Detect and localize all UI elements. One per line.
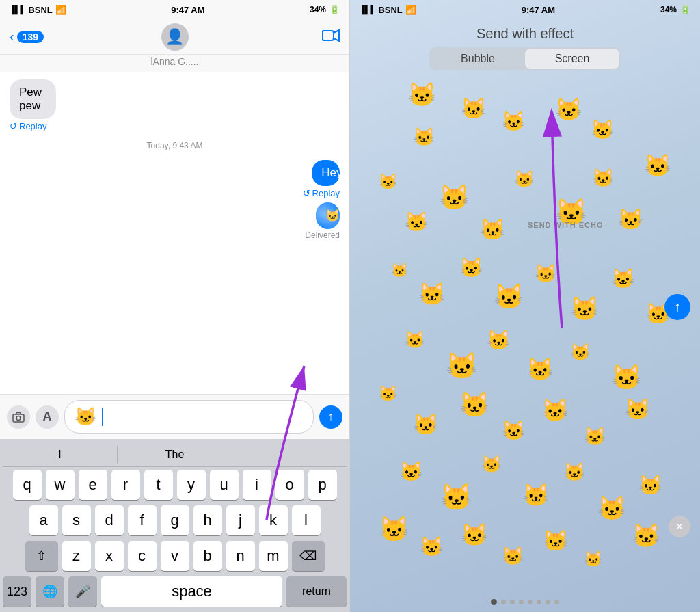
dot-5 (537, 600, 541, 604)
keyboard: I The q w e r t y u i o p a s d f g h j … (0, 439, 349, 612)
right-signal-icon: ▐▌▌ (360, 5, 375, 14)
suggestion-i[interactable]: I (3, 446, 118, 464)
cat-44: 🐱 (379, 515, 409, 544)
key-h[interactable]: h (193, 505, 222, 535)
key-b[interactable]: b (193, 541, 222, 571)
cat-40: 🐱 (522, 482, 550, 508)
key-q[interactable]: q (13, 470, 42, 500)
message-pew: Pew pew ↺ Replay (10, 79, 76, 131)
video-call-button[interactable] (322, 28, 340, 46)
key-f[interactable]: f (128, 505, 157, 535)
input-toolbar: A 🐱 ↑ (0, 394, 349, 439)
key-z[interactable]: z (62, 541, 91, 571)
replay-icon-2: ↺ (303, 188, 310, 198)
cat-32: 🐱 (459, 390, 490, 419)
key-t[interactable]: t (144, 470, 173, 500)
dot-0 (491, 599, 497, 605)
key-i[interactable]: i (243, 470, 271, 500)
right-close-button[interactable]: ✕ (669, 516, 690, 537)
dot-1 (501, 600, 506, 604)
message-hey: Hey ↺ Replay (300, 160, 340, 198)
replay-hey[interactable]: ↺ Replay (303, 188, 340, 198)
dot-2 (510, 600, 515, 604)
cat-25: 🐱 (446, 351, 478, 381)
key-c[interactable]: c (128, 541, 157, 571)
appstore-button[interactable]: A (36, 405, 59, 429)
cat-26: 🐱 (487, 329, 511, 351)
cat-36: 🐱 (625, 397, 650, 421)
key-l[interactable]: l (292, 505, 321, 535)
send-button[interactable]: ↑ (319, 405, 342, 429)
cat-45: 🐱 (420, 535, 444, 558)
key-backspace[interactable]: ⌫ (292, 541, 325, 571)
key-space[interactable]: space (101, 576, 282, 607)
key-y[interactable]: y (177, 470, 206, 500)
battery-icon: 🔋 (329, 5, 340, 14)
key-g[interactable]: g (161, 505, 189, 535)
page-dots (350, 592, 700, 612)
cat-27: 🐱 (526, 356, 554, 382)
tab-bubble[interactable]: Bubble (431, 49, 525, 69)
dot-7 (554, 600, 559, 604)
key-x[interactable]: x (95, 541, 124, 571)
key-n[interactable]: n (226, 541, 255, 571)
key-u[interactable]: u (210, 470, 239, 500)
key-d[interactable]: d (95, 505, 124, 535)
cat-35: 🐱 (584, 426, 606, 447)
key-s[interactable]: s (62, 505, 91, 535)
carrier-name: BSNL (28, 5, 52, 15)
suggestion-the[interactable]: The (118, 446, 232, 464)
cat-4: 🐱 (413, 127, 435, 148)
back-button[interactable]: ‹ 139 (10, 29, 44, 44)
key-shift[interactable]: ⇧ (25, 541, 58, 571)
bubble-sparkle: 🐱 (316, 202, 340, 229)
replay-pew[interactable]: ↺ Replay (10, 121, 76, 131)
key-e[interactable]: e (79, 470, 107, 500)
dot-6 (546, 600, 550, 604)
wifi-icon: 📶 (55, 5, 66, 15)
key-m[interactable]: m (259, 541, 288, 571)
key-a[interactable]: a (29, 505, 58, 535)
camera-button[interactable] (7, 405, 30, 429)
right-status-bar: ▐▌▌ BSNL 📶 9:47 AM 34% 🔋 (350, 0, 700, 19)
key-p[interactable]: p (308, 470, 337, 500)
key-v[interactable]: v (161, 541, 189, 571)
key-123[interactable]: 123 (3, 576, 31, 607)
delivered-label: Delivered (305, 230, 340, 240)
key-mic[interactable]: 🎤 (68, 576, 97, 607)
bubble-pew: Pew pew (10, 79, 56, 119)
cat-20: 🐱 (535, 263, 556, 284)
cat-22: 🐱 (611, 267, 635, 290)
key-o[interactable]: o (275, 470, 304, 500)
time-display: 9:47 AM (171, 5, 204, 15)
message-input[interactable]: 🐱 (64, 400, 314, 434)
key-return[interactable]: return (286, 576, 347, 607)
keyboard-row-4: 123 🌐 🎤 space return (3, 576, 347, 607)
cat-46: 🐱 (461, 522, 488, 548)
messages-area: Pew pew ↺ Replay Today, 9:43 AM Hey ↺ Re… (0, 72, 349, 394)
key-r[interactable]: r (111, 470, 140, 500)
cat-41: 🐱 (563, 462, 585, 483)
cat-field: 🐱 🐱 🐱 🐱 🐱 🐱 🐱 🐱 🐱 🐱 🐱 🐱 🐱 🐱 🐱 🐱 🐱 🐱 🐱 🐱 … (350, 77, 700, 592)
effect-title: Send with effect (350, 19, 700, 47)
cat-2: 🐱 (461, 96, 486, 120)
cat-31: 🐱 (413, 412, 438, 436)
cat-28: 🐱 (570, 343, 591, 362)
key-globe[interactable]: 🌐 (36, 576, 64, 607)
avatar: 👤 (161, 23, 189, 51)
cat-10: 🐱 (480, 217, 505, 241)
echo-label: SEND WITH ECHO (528, 221, 604, 229)
cat-14: 🐱 (618, 207, 643, 231)
cat-5: 🐱 (555, 96, 582, 122)
suggestion-empty[interactable] (232, 446, 347, 464)
right-send-button[interactable]: ↑ (664, 294, 690, 320)
cat-29: 🐱 (611, 363, 642, 392)
cat-21: 🐱 (570, 295, 599, 322)
key-w[interactable]: w (46, 470, 75, 500)
cat-24: 🐱 (405, 330, 425, 349)
key-j[interactable]: j (226, 505, 255, 535)
tab-screen[interactable]: Screen (525, 49, 619, 69)
bubble-hey: Hey (312, 160, 340, 186)
key-k[interactable]: k (259, 505, 288, 535)
message-sparkle: 🐱 Delivered (305, 202, 340, 240)
